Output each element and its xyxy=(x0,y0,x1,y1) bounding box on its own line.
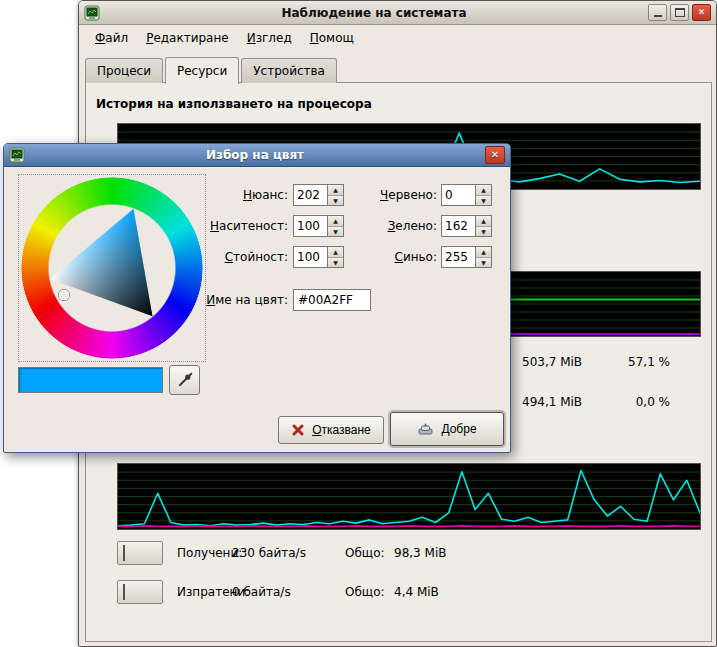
received-total-label: Общо: xyxy=(345,546,385,560)
sent-color-swatch xyxy=(123,584,125,600)
hsv-color-wheel[interactable] xyxy=(18,174,206,362)
menu-edit[interactable]: Редактиране xyxy=(138,28,237,48)
green-spinbox: ▲▼ xyxy=(441,215,492,237)
blue-spinbox: ▲▼ xyxy=(441,246,492,268)
value-spinbox: ▲▼ xyxy=(293,246,344,268)
blue-down-arrow[interactable]: ▼ xyxy=(476,257,491,268)
color-picker-dialog: Избор на цвят ✕ xyxy=(3,143,511,453)
blue-up-arrow[interactable]: ▲ xyxy=(476,247,491,257)
value-label: Стойност: xyxy=(182,246,288,268)
dialog-close-icon: ✕ xyxy=(491,150,499,160)
menubar: Файл Редактиране Изглед Помощ xyxy=(79,25,716,51)
cpu-history-heading: История на използването на процесора xyxy=(96,97,372,111)
value-up-arrow[interactable]: ▲ xyxy=(328,247,343,257)
minimize-button[interactable] xyxy=(648,4,667,21)
received-rate: 230 байта/s xyxy=(232,546,306,560)
maximize-icon xyxy=(675,8,685,17)
hue-label: Нюанс: xyxy=(182,184,288,206)
saturation-down-arrow[interactable]: ▼ xyxy=(328,226,343,237)
sv-marker-ring xyxy=(60,291,69,300)
tab-devices[interactable]: Устройства xyxy=(241,58,337,83)
window-title: Наблюдение на системата xyxy=(104,6,644,20)
received-total: 98,3 MiB xyxy=(394,546,446,560)
sent-rate: 0 байта/s xyxy=(232,585,291,599)
tab-resources[interactable]: Ресурси xyxy=(165,57,239,84)
value-down-arrow[interactable]: ▼ xyxy=(328,257,343,268)
app-icon xyxy=(84,5,100,21)
saturation-spinbox: ▲▼ xyxy=(293,215,344,237)
sent-total-label: Общо: xyxy=(345,585,385,599)
memory-used-percent: 57,1 % xyxy=(586,355,670,369)
close-button[interactable]: ✕ xyxy=(692,4,711,21)
eyedropper-button[interactable] xyxy=(169,365,200,395)
dialog-titlebar[interactable]: Избор на цвят ✕ xyxy=(4,144,510,167)
red-down-arrow[interactable]: ▼ xyxy=(476,195,491,206)
main-titlebar[interactable]: Наблюдение на системата ✕ xyxy=(79,1,716,25)
value-input[interactable] xyxy=(294,247,327,267)
cancel-button-label: Отказване xyxy=(312,423,371,437)
dialog-close-button[interactable]: ✕ xyxy=(485,146,505,164)
blue-input[interactable] xyxy=(442,247,475,267)
hue-down-arrow[interactable]: ▼ xyxy=(328,195,343,206)
network-history-chart xyxy=(117,463,701,530)
menu-view[interactable]: Изглед xyxy=(239,28,300,48)
swap-used-percent: 0,0 % xyxy=(586,395,670,409)
sv-triangle[interactable] xyxy=(19,175,205,361)
desktop: Наблюдение на системата ✕ Файл Редактира… xyxy=(0,0,717,647)
menu-file[interactable]: Файл xyxy=(87,28,136,48)
red-input[interactable] xyxy=(442,185,475,205)
ok-button-label: Добре xyxy=(441,422,476,436)
tab-processes[interactable]: Процеси xyxy=(85,58,163,83)
sent-color-button[interactable] xyxy=(117,580,163,604)
saturation-input[interactable] xyxy=(294,216,327,236)
red-up-arrow[interactable]: ▲ xyxy=(476,185,491,195)
dialog-title: Избор на цвят xyxy=(29,148,481,162)
swap-used-value: 494,1 MiB xyxy=(522,395,582,409)
maximize-button[interactable] xyxy=(670,4,689,21)
hue-spinbox: ▲▼ xyxy=(293,184,344,206)
ok-icon xyxy=(417,422,434,437)
sent-total: 4,4 MiB xyxy=(394,585,439,599)
red-spinbox: ▲▼ xyxy=(441,184,492,206)
green-up-arrow[interactable]: ▲ xyxy=(476,216,491,226)
received-color-button[interactable] xyxy=(117,541,163,565)
memory-used-value: 503,7 MiB xyxy=(522,355,582,369)
menu-help[interactable]: Помощ xyxy=(302,28,362,48)
minimize-icon xyxy=(654,8,662,17)
close-icon: ✕ xyxy=(698,8,706,17)
green-down-arrow[interactable]: ▼ xyxy=(476,226,491,237)
dialog-app-icon xyxy=(9,147,25,163)
red-label: Червено: xyxy=(344,184,437,206)
green-label: Зелено: xyxy=(344,215,437,237)
saturation-label: Наситеност: xyxy=(182,215,288,237)
color-name-label: Име на цвят: xyxy=(182,289,288,311)
cancel-x-icon xyxy=(291,423,305,437)
ok-button[interactable]: Добре xyxy=(390,412,504,446)
received-color-swatch xyxy=(123,545,125,561)
hue-input[interactable] xyxy=(294,185,327,205)
eyedropper-icon xyxy=(177,372,193,388)
saturation-up-arrow[interactable]: ▲ xyxy=(328,216,343,226)
cancel-button[interactable]: Отказване xyxy=(278,416,384,444)
tab-strip: Процеси Ресурси Устройства xyxy=(85,55,339,83)
hue-up-arrow[interactable]: ▲ xyxy=(328,185,343,195)
selected-color-preview xyxy=(18,367,163,393)
color-name-input[interactable] xyxy=(293,289,371,311)
green-input[interactable] xyxy=(442,216,475,236)
blue-label: Синьо: xyxy=(344,246,437,268)
window-controls: ✕ xyxy=(648,4,711,21)
